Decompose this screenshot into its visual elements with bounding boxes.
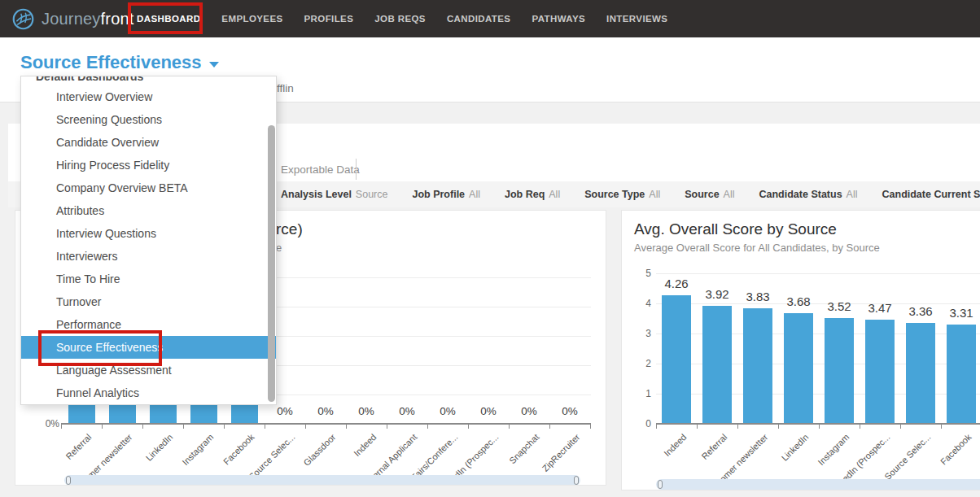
dropdown-item-time-to-hire[interactable]: Time To Hire [21, 268, 276, 290]
journeyfront-logo-icon [11, 7, 35, 31]
axis-tick [102, 425, 103, 429]
left-chart-title-fragment: rce) [276, 220, 303, 238]
filter-source-type[interactable]: Source TypeAll [584, 189, 660, 200]
filter-analysis-level[interactable]: Analysis LevelSource [281, 189, 387, 200]
axis-tick [61, 425, 62, 429]
axis-tick [656, 425, 657, 429]
y-axis-tick-label: 0 [635, 418, 651, 429]
x-axis-line [656, 423, 980, 425]
x-axis-label-referral: Referral [63, 432, 93, 461]
axis-tick [778, 425, 779, 429]
scrollbar-right-handle[interactable] [574, 476, 579, 485]
bar-value-label: 3.31 [937, 306, 980, 320]
x-axis-label-referral: Referral [699, 432, 728, 461]
x-axis-label-indeed: Indeed [662, 432, 688, 458]
axis-tick [224, 425, 225, 429]
annotation-box-source-effectiveness [38, 330, 162, 366]
nav-item-candidates[interactable]: CANDIDATES [447, 14, 511, 24]
dropdown-item-funnel-analytics[interactable]: Funnel Analytics [21, 381, 276, 404]
x-axis-label-instagram: Instagram [180, 432, 215, 467]
filter-value: All [549, 189, 560, 200]
filter-candidate-status[interactable]: Candidate StatusAll [759, 189, 858, 200]
y-axis-tick-label: 3 [635, 328, 651, 339]
filter-label: Candidate Status [759, 189, 842, 200]
annotation-box-dashboard [128, 2, 203, 34]
dropdown-item-turnover[interactable]: Turnover [21, 290, 276, 313]
bar-no-source-selec[interactable] [906, 323, 935, 424]
y-axis-tick-label: 2 [635, 358, 651, 369]
nav-item-employees[interactable]: EMPLOYEES [221, 14, 282, 24]
dropdown-item-screening-questions[interactable]: Screening Questions [21, 108, 276, 131]
bar-linkedin[interactable] [784, 313, 813, 424]
x-axis-label-ziprecruiter: ZipRecruiter [540, 432, 582, 473]
nav-item-profiles[interactable]: PROFILES [304, 14, 354, 24]
filter-value: All [469, 189, 480, 200]
filter-job-req[interactable]: Job ReqAll [505, 189, 560, 200]
journeyfront-logo[interactable]: Journeyfront [11, 7, 124, 31]
dropdown-item-attributes[interactable]: Attributes [21, 199, 276, 222]
bar-instagram[interactable] [825, 318, 854, 424]
bar-indeed[interactable] [662, 295, 691, 424]
filter-value: All [724, 189, 735, 200]
x-axis-label-linkedin: LinkedIn [780, 432, 811, 463]
filter-source[interactable]: SourceAll [685, 189, 734, 200]
axis-tick [183, 425, 184, 429]
dropdown-group-header: Default Dashboards [21, 76, 276, 85]
scrollbar-left-handle[interactable] [658, 480, 663, 489]
axis-tick [305, 425, 306, 429]
axis-tick [549, 425, 550, 429]
axis-tick [427, 425, 428, 429]
nav-item-interviews[interactable]: INTERVIEWS [606, 14, 667, 24]
filter-value: Source [356, 189, 388, 200]
company-name-fragment: fflin [277, 82, 294, 94]
filter-label: Job Profile [412, 189, 465, 200]
filter-value: All [649, 189, 660, 200]
right-chart-title: Avg. Overall Score by Source [634, 220, 837, 238]
bar-linkedin-prospec[interactable] [865, 320, 895, 424]
scrollbar-left-handle[interactable] [66, 476, 71, 485]
bar-facebook[interactable] [947, 325, 976, 424]
bar-referral[interactable] [702, 306, 732, 424]
filter-label: Source [685, 189, 719, 200]
bar-customer-newsletter[interactable] [743, 308, 772, 424]
filter-label: Analysis Level [281, 189, 352, 200]
chevron-down-icon [209, 62, 219, 68]
dropdown-item-interview-questions[interactable]: Interview Questions [21, 222, 276, 245]
dropdown-item-hiring-process-fidelity[interactable]: Hiring Process Fidelity [21, 154, 276, 177]
x-axis-label-snapchat: Snapchat [507, 432, 540, 465]
left-chart-scrollbar[interactable] [64, 475, 580, 486]
axis-tick [941, 425, 942, 429]
left-chart-subtitle-fragment: e [276, 242, 282, 254]
nav-items: DASHBOARDEMPLOYEESPROFILESJOB REQSCANDID… [137, 14, 667, 24]
filter-value: All [847, 189, 858, 200]
dropdown-item-interviewers[interactable]: Interviewers [21, 245, 276, 268]
y-axis-tick-label: 1 [635, 388, 651, 399]
axis-tick [860, 425, 860, 429]
y-axis-tick-label: 5 [635, 268, 651, 279]
dashboard-selector[interactable]: Source Effectiveness [20, 52, 219, 73]
nav-item-job-reqs[interactable]: JOB REQS [374, 14, 426, 24]
right-chart-scrollbar[interactable] [656, 479, 980, 490]
right-chart-card: Avg. Overall Score by Source Average Ove… [621, 210, 980, 490]
dropdown-item-company-overview-beta[interactable]: Company Overview BETA [21, 177, 276, 199]
axis-tick [737, 425, 738, 429]
axis-tick [468, 425, 469, 429]
tab-divider [356, 159, 357, 180]
filter-candidate-current-step[interactable]: Candidate Current StepAll [882, 189, 980, 200]
dropdown-item-candidate-overview[interactable]: Candidate Overview [21, 131, 276, 154]
axis-tick [387, 425, 387, 429]
page-title: Source Effectiveness [20, 52, 202, 73]
filter-label: Source Type [584, 189, 645, 200]
tab-exportable-data[interactable]: Exportable Data [281, 163, 360, 176]
nav-item-pathways[interactable]: PATHWAYS [532, 14, 585, 24]
x-axis-label-facebook: Facebook [221, 432, 256, 467]
filter-label: Candidate Current Step [882, 189, 980, 200]
dropdown-scrollbar-thumb[interactable] [268, 125, 275, 402]
x-axis-label-facebook: Facebook [938, 432, 973, 467]
x-axis-label-indeed: Indeed [352, 432, 378, 458]
x-axis-label-linkedin: LinkedIn [144, 432, 175, 463]
dropdown-item-interview-overview[interactable]: Interview Overview [21, 85, 276, 108]
filter-job-profile[interactable]: Job ProfileAll [412, 189, 480, 200]
axis-tick [697, 425, 698, 429]
brand-name: Journeyfront [42, 10, 134, 28]
